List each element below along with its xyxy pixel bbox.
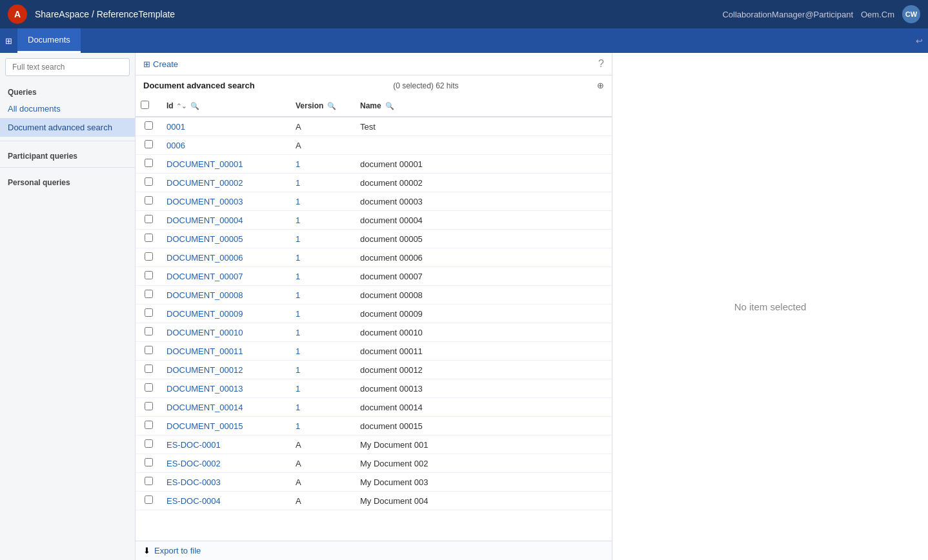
row-id[interactable]: DOCUMENT_00001 <box>161 155 290 174</box>
row-id[interactable]: DOCUMENT_00002 <box>161 174 290 192</box>
row-id[interactable]: DOCUMENT_00007 <box>161 267 290 286</box>
row-id[interactable]: DOCUMENT_00012 <box>161 361 290 379</box>
row-name: My Document 004 <box>355 492 612 510</box>
row-checkbox[interactable] <box>145 421 153 429</box>
row-checkbox[interactable] <box>145 159 153 167</box>
row-checkbox[interactable] <box>145 234 153 242</box>
row-checkbox-cell <box>136 155 161 174</box>
id-filter-icon[interactable]: 🔍 <box>190 102 199 110</box>
row-checkbox-cell <box>136 417 161 435</box>
table-row: ES-DOC-0003 A My Document 003 <box>136 473 612 492</box>
user-avatar[interactable]: CW <box>902 5 920 23</box>
export-button[interactable]: Export to file <box>154 546 201 555</box>
help-icon[interactable]: ? <box>598 58 604 69</box>
sidebar-divider-1 <box>0 141 135 141</box>
row-id[interactable]: 0001 <box>161 117 290 136</box>
row-id[interactable]: DOCUMENT_00008 <box>161 286 290 305</box>
grid-icon[interactable]: ⊞ <box>5 36 12 46</box>
row-checkbox[interactable] <box>145 365 153 373</box>
row-id[interactable]: 0006 <box>161 136 290 155</box>
row-id[interactable]: DOCUMENT_00003 <box>161 192 290 211</box>
row-name: document 00004 <box>355 211 612 230</box>
row-version: 1 <box>290 174 355 192</box>
row-checkbox[interactable] <box>145 458 153 466</box>
row-name: My Document 003 <box>355 473 612 492</box>
row-name: document 00001 <box>355 155 612 174</box>
row-checkbox[interactable] <box>145 402 153 410</box>
top-bar-left: A ShareAspace / ReferenceTemplate <box>8 5 175 24</box>
row-id[interactable]: DOCUMENT_00011 <box>161 342 290 361</box>
row-checkbox[interactable] <box>145 252 153 261</box>
version-filter-icon[interactable]: 🔍 <box>327 102 336 110</box>
row-name: document 00005 <box>355 230 612 248</box>
no-item-selected-text: No item selected <box>734 301 807 312</box>
history-icon[interactable]: ↩ <box>916 36 923 46</box>
row-version: A <box>290 117 355 136</box>
row-id[interactable]: DOCUMENT_00006 <box>161 248 290 267</box>
row-checkbox[interactable] <box>145 196 153 205</box>
create-button[interactable]: ⊞ Create <box>143 59 178 69</box>
documents-tab[interactable]: Documents <box>17 28 81 53</box>
row-version: A <box>290 492 355 510</box>
row-checkbox[interactable] <box>145 308 153 317</box>
row-checkbox[interactable] <box>145 271 153 279</box>
row-checkbox[interactable] <box>145 439 153 448</box>
row-checkbox[interactable] <box>145 346 153 354</box>
row-checkbox-cell <box>136 454 161 473</box>
sidebar: Queries All documents Document advanced … <box>0 53 136 560</box>
row-id[interactable]: DOCUMENT_00009 <box>161 305 290 323</box>
top-bar: A ShareAspace / ReferenceTemplate Collab… <box>0 0 928 28</box>
table-header-row: Id ⌃⌄ 🔍 Version 🔍 <box>136 95 612 117</box>
row-checkbox[interactable] <box>145 121 153 130</box>
row-version: 1 <box>290 267 355 286</box>
header-checkbox[interactable] <box>141 101 149 109</box>
documents-table: Id ⌃⌄ 🔍 Version 🔍 <box>136 95 612 510</box>
sidebar-item-all-documents[interactable]: All documents <box>0 99 135 118</box>
row-checkbox[interactable] <box>145 177 153 186</box>
row-name: document 00009 <box>355 305 612 323</box>
sidebar-item-document-advanced-search[interactable]: Document advanced search <box>0 118 135 137</box>
row-checkbox-cell <box>136 192 161 211</box>
row-id[interactable]: ES-DOC-0002 <box>161 454 290 473</box>
table-row: DOCUMENT_00006 1 document 00006 <box>136 248 612 267</box>
row-id[interactable]: DOCUMENT_00005 <box>161 230 290 248</box>
row-id[interactable]: ES-DOC-0001 <box>161 435 290 454</box>
row-id[interactable]: ES-DOC-0004 <box>161 492 290 510</box>
row-version: 1 <box>290 192 355 211</box>
top-bar-right: CollaborationManager@Participant Oem.Cm … <box>722 5 920 23</box>
row-name: document 00011 <box>355 342 612 361</box>
table-body: 0001 A Test 0006 A DOCUMENT_00001 1 docu… <box>136 117 612 510</box>
row-id[interactable]: DOCUMENT_00015 <box>161 417 290 435</box>
row-version: 1 <box>290 230 355 248</box>
row-checkbox[interactable] <box>145 140 153 148</box>
row-checkbox[interactable] <box>145 290 153 298</box>
row-name: document 00010 <box>355 323 612 342</box>
row-checkbox-cell <box>136 323 161 342</box>
table-footer: ⬇ Export to file <box>136 541 612 560</box>
search-input[interactable] <box>5 58 130 76</box>
row-checkbox[interactable] <box>145 383 153 392</box>
row-id[interactable]: DOCUMENT_00004 <box>161 211 290 230</box>
row-checkbox-cell <box>136 435 161 454</box>
row-id[interactable]: DOCUMENT_00010 <box>161 323 290 342</box>
row-checkbox[interactable] <box>145 495 153 504</box>
sort-icon[interactable]: ⌃⌄ <box>176 103 187 110</box>
row-checkbox[interactable] <box>145 477 153 485</box>
row-checkbox-cell <box>136 361 161 379</box>
row-checkbox-cell <box>136 492 161 510</box>
row-version: 1 <box>290 417 355 435</box>
row-checkbox-cell <box>136 136 161 155</box>
row-id[interactable]: DOCUMENT_00013 <box>161 379 290 398</box>
table-row: DOCUMENT_00008 1 document 00008 <box>136 286 612 305</box>
table-row: DOCUMENT_00015 1 document 00015 <box>136 417 612 435</box>
row-id[interactable]: DOCUMENT_00014 <box>161 398 290 417</box>
results-title: Document advanced search <box>143 81 255 90</box>
expand-icon[interactable]: ⊕ <box>597 81 604 90</box>
row-name: Test <box>355 117 612 136</box>
row-version: 1 <box>290 305 355 323</box>
row-checkbox[interactable] <box>145 327 153 335</box>
name-filter-icon[interactable]: 🔍 <box>385 102 394 110</box>
personal-queries-label: Personal queries <box>0 172 135 190</box>
row-checkbox[interactable] <box>145 215 153 223</box>
row-id[interactable]: ES-DOC-0003 <box>161 473 290 492</box>
